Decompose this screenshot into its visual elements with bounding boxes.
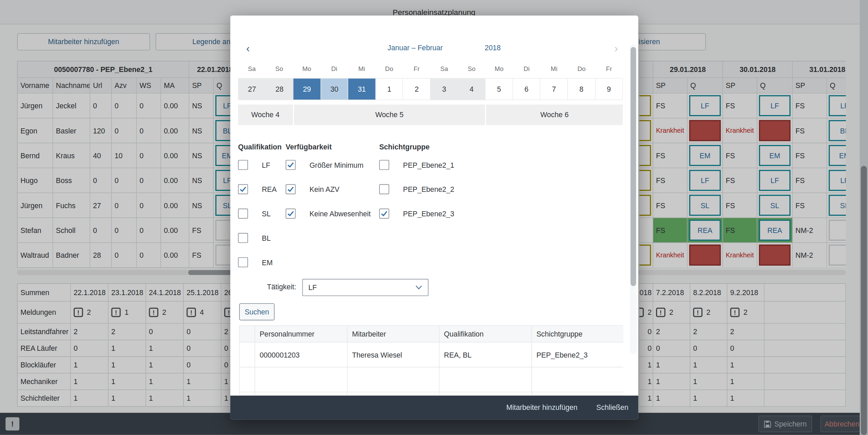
results-column-header — [240, 326, 255, 343]
calendar-day[interactable]: 29 — [294, 78, 321, 99]
results-cell — [348, 367, 439, 392]
calendar-dayname: Fr — [595, 65, 623, 72]
results-cell — [240, 367, 255, 392]
checkbox-label: Größer Minimum — [309, 161, 364, 169]
dialog-scrollbar[interactable] — [630, 44, 637, 354]
checkbox[interactable] — [238, 257, 248, 267]
calendar-week-button[interactable]: Woche 6 — [486, 105, 623, 125]
filter-group-verfuegbarkeit: VerfügbarkeitGrößer MinimumKein AZVKeine… — [286, 143, 371, 225]
checkbox-item[interactable]: SL — [238, 201, 282, 226]
filter-group-title: Schichtgruppe — [379, 143, 454, 151]
calendar-day[interactable]: 27 — [238, 78, 266, 99]
calendar-next-icon[interactable]: › — [609, 42, 623, 55]
checkbox-label: PEP_Ebene2_3 — [403, 210, 454, 218]
results-column-header: Personalnummer — [255, 326, 348, 343]
calendar-week-button[interactable]: Woche 4 — [238, 105, 293, 125]
filter-group-title: Verfügbarkeit — [286, 143, 371, 151]
results-cell — [440, 392, 532, 395]
checkbox-item[interactable]: PEP_Ebene2_2 — [379, 177, 454, 201]
calendar-week-button[interactable]: Woche 5 — [294, 105, 485, 125]
results-column-header: Schichtgruppe — [532, 326, 623, 343]
taetigkeit-value: LF — [308, 283, 317, 291]
checkbox-item[interactable]: LF — [238, 153, 282, 177]
checkbox[interactable] — [238, 209, 248, 218]
checkbox-label: PEP_Ebene2_1 — [403, 161, 454, 169]
results-table: PersonalnummerMitarbeiterQualifikationSc… — [239, 325, 623, 395]
checkbox[interactable] — [286, 160, 296, 170]
results-row-empty — [240, 392, 622, 395]
dialog-footer: Mitarbeiter hinzufügen Schließen — [230, 396, 638, 419]
calendar-dayname: Fr — [403, 65, 430, 72]
checkbox-item[interactable]: PEP_Ebene2_1 — [379, 153, 454, 177]
calendar-dayname: Mi — [540, 65, 568, 72]
dialog-add-employee-button[interactable]: Mitarbeiter hinzufügen — [506, 403, 578, 412]
checkbox[interactable] — [379, 209, 389, 218]
checkbox[interactable] — [238, 233, 248, 243]
results-column-header: Qualifikation — [440, 326, 532, 343]
checkbox-label: BL — [262, 234, 271, 242]
calendar-header: ‹ Januar – Februar 2018 › — [238, 42, 623, 55]
checkbox[interactable] — [379, 160, 389, 170]
dialog-scrollbar-thumb[interactable] — [631, 47, 636, 286]
checkbox-item[interactable]: REA — [238, 177, 282, 201]
checkbox[interactable] — [238, 160, 248, 170]
filter-group-qualifikation: QualifikationLFREASLBLEM — [238, 143, 282, 274]
results-row[interactable]: 0000001203Theresa WieselREA, BLPEP_Ebene… — [240, 343, 622, 367]
search-button[interactable]: Suchen — [239, 303, 274, 321]
calendar-year-button[interactable]: 2018 — [465, 44, 520, 52]
calendar-dayname: Mo — [485, 65, 513, 72]
calendar-dayname: Mi — [348, 65, 375, 72]
calendar-month-button[interactable]: Januar – Februar — [371, 44, 460, 52]
calendar-day[interactable]: 30 — [321, 78, 349, 99]
taetigkeit-label: Tätigkeit: — [230, 283, 296, 291]
results-cell — [440, 367, 532, 392]
calendar-day[interactable]: 2 — [403, 78, 431, 99]
calendar-dayname: Mo — [293, 65, 320, 72]
calendar-day[interactable]: 4 — [458, 78, 486, 99]
results-row-empty — [240, 367, 622, 392]
calendar-day[interactable]: 7 — [541, 78, 568, 99]
results-cell — [240, 343, 255, 367]
calendar-weeks: Woche 4Woche 5Woche 6 — [238, 105, 623, 125]
checkbox-label: Kein AZV — [309, 185, 339, 193]
checkbox-item[interactable]: Größer Minimum — [286, 153, 371, 177]
filter-items: PEP_Ebene2_1PEP_Ebene2_2PEP_Ebene2_3 — [379, 153, 454, 226]
results-cell: PEP_Ebene2_3 — [532, 343, 623, 367]
calendar-day[interactable]: 28 — [266, 78, 294, 99]
chevron-down-icon — [415, 285, 422, 290]
calendar-day[interactable]: 8 — [568, 78, 596, 99]
calendar-day[interactable]: 1 — [376, 78, 403, 99]
checkbox[interactable] — [238, 184, 248, 194]
calendar-dayname: Sa — [238, 65, 266, 72]
calendar-day[interactable]: 5 — [485, 78, 513, 99]
calendar-daynames: SaSoMoDiMiDoFrSaSoMoDiMiDoFr — [238, 65, 623, 72]
checkbox-item[interactable]: Kein AZV — [286, 177, 371, 201]
results-cell: 0000001203 — [255, 343, 348, 367]
calendar-days: 2728293031123456789 — [238, 78, 623, 100]
employee-search-dialog: ‹ Januar – Februar 2018 › SaSoMoDiMiDoFr… — [230, 16, 638, 420]
results-cell — [240, 392, 255, 395]
calendar-prev-icon[interactable]: ‹ — [241, 42, 254, 55]
checkbox[interactable] — [286, 209, 296, 218]
filter-items: Größer MinimumKein AZVKeine Abwesenheit — [286, 153, 371, 226]
calendar-day[interactable]: 9 — [596, 78, 622, 99]
checkbox-item[interactable]: PEP_Ebene2_3 — [379, 201, 454, 226]
calendar-day[interactable]: 3 — [431, 78, 458, 99]
checkbox-item[interactable]: Keine Abwesenheit — [286, 201, 371, 226]
filter-items: LFREASLBLEM — [238, 153, 282, 274]
checkbox-item[interactable]: BL — [238, 226, 282, 250]
calendar-dayname: Do — [375, 65, 403, 72]
calendar-day[interactable]: 31 — [348, 78, 376, 99]
filter-group-title: Qualifikation — [238, 143, 282, 151]
results-cell — [532, 392, 623, 395]
checkbox-label: LF — [262, 161, 270, 169]
checkbox-item[interactable]: EM — [238, 250, 282, 275]
calendar-day[interactable]: 6 — [513, 78, 541, 99]
checkbox[interactable] — [379, 184, 389, 194]
checkbox[interactable] — [286, 184, 296, 194]
results-cell — [255, 367, 348, 392]
calendar-dayname: Di — [513, 65, 541, 72]
calendar-dayname: Do — [568, 65, 595, 72]
dialog-close-button[interactable]: Schließen — [596, 403, 628, 412]
taetigkeit-select[interactable]: LF — [302, 279, 429, 296]
